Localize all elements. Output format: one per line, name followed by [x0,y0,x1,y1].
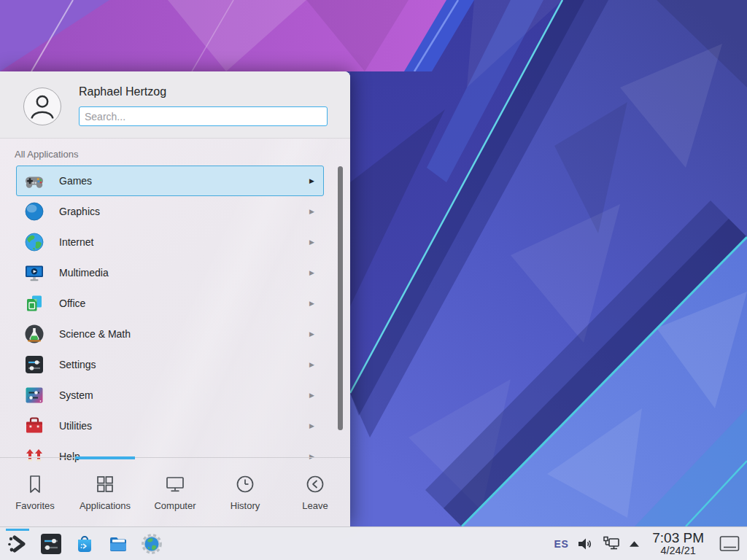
menu-item-label: Graphics [59,206,309,217]
tab-label: History [231,500,260,511]
submenu-arrow-icon: ▶ [309,392,314,399]
taskbar: ES 7:03 PM 4/24/21 [0,526,747,560]
submenu-arrow-icon: ▶ [309,330,314,338]
search-input[interactable] [79,106,328,126]
leave-icon [304,473,326,495]
utilities-icon [24,416,44,436]
submenu-arrow-icon: ▶ [309,208,314,215]
menu-item-label: System [59,389,309,401]
submenu-arrow-icon: ▶ [309,177,314,184]
tab-applications[interactable]: Applications [70,458,140,526]
submenu-arrow-icon: ▶ [309,300,314,307]
menu-item-label: Multimedia [59,267,309,279]
launcher-header: Raphael Hertzog [0,71,350,139]
games-icon [24,171,44,191]
menu-item-label: Utilities [59,420,309,432]
science-icon [24,324,44,344]
menu-item-label: Games [59,175,309,187]
section-label: All Applications [0,139,350,160]
clock-time: 7:03 PM [652,531,704,545]
settings-icon [24,354,44,375]
menu-item-graphics[interactable]: Graphics ▶ [16,196,324,227]
menu-item-settings[interactable]: Settings ▶ [16,349,324,380]
taskbar-icon-app-launcher[interactable] [6,532,29,556]
applications-icon [94,473,116,495]
taskbar-icon-system-settings[interactable] [39,532,63,556]
volume-icon[interactable] [576,535,594,553]
tab-computer[interactable]: Computer [140,458,210,526]
tab-label: Leave [302,500,328,511]
computer-icon [164,473,186,495]
launcher-tabbar: Favorites Applications Computer History … [0,457,350,526]
menu-item-label: Office [59,298,309,309]
digital-clock[interactable]: 7:03 PM 4/24/21 [652,531,704,556]
system-tray: ES 7:03 PM 4/24/21 [554,531,747,556]
taskbar-icon-discover[interactable] [73,532,96,556]
tab-label: Favorites [15,500,54,511]
taskbar-icon-file-manager[interactable] [107,532,130,556]
tab-leave[interactable]: Leave [280,458,350,526]
tab-favorites[interactable]: Favorites [0,458,70,526]
history-icon [234,473,256,495]
tab-label: Computer [154,500,196,511]
graphics-icon [24,201,44,222]
menu-item-games[interactable]: Games ▶ [16,166,324,196]
taskbar-pinned-apps [0,532,163,556]
menu-item-utilities[interactable]: Utilities ▶ [16,411,324,441]
internet-icon [24,232,44,252]
desktop: Raphael Hertzog All Applications Games ▶… [0,0,747,560]
show-desktop-button[interactable] [719,535,740,553]
favorites-icon [24,473,46,495]
multimedia-icon [24,262,44,283]
submenu-arrow-icon: ▶ [309,422,314,429]
keyboard-layout-indicator[interactable]: ES [554,538,569,550]
menu-item-multimedia[interactable]: Multimedia ▶ [16,257,324,288]
scrollbar-thumb[interactable] [338,166,343,430]
menu-item-label: Science & Math [59,328,309,340]
menu-item-label: Internet [59,236,309,248]
tab-history[interactable]: History [210,458,280,526]
submenu-arrow-icon: ▶ [309,269,314,276]
menu-item-system[interactable]: System ▶ [16,380,324,411]
system-icon [24,385,44,405]
submenu-arrow-icon: ▶ [309,238,314,246]
submenu-arrow-icon: ▶ [309,361,314,368]
clock-date: 4/24/21 [652,545,704,556]
office-icon [24,293,44,314]
menu-item-label: Settings [59,359,309,370]
expand-tray-icon[interactable] [629,540,640,548]
tab-label: Applications [80,500,131,511]
taskbar-icon-web-browser[interactable] [140,532,163,556]
user-name: Raphael Hertzog [79,85,166,98]
application-launcher-panel: Raphael Hertzog All Applications Games ▶… [0,71,350,526]
menu-item-science-math[interactable]: Science & Math ▶ [16,319,324,349]
menu-item-office[interactable]: Office ▶ [16,288,324,319]
user-avatar[interactable] [23,88,61,125]
category-list: Games ▶ Graphics ▶ Internet ▶ Multimedia… [0,166,350,462]
menu-item-internet[interactable]: Internet ▶ [16,227,324,257]
network-icon[interactable] [602,535,621,553]
